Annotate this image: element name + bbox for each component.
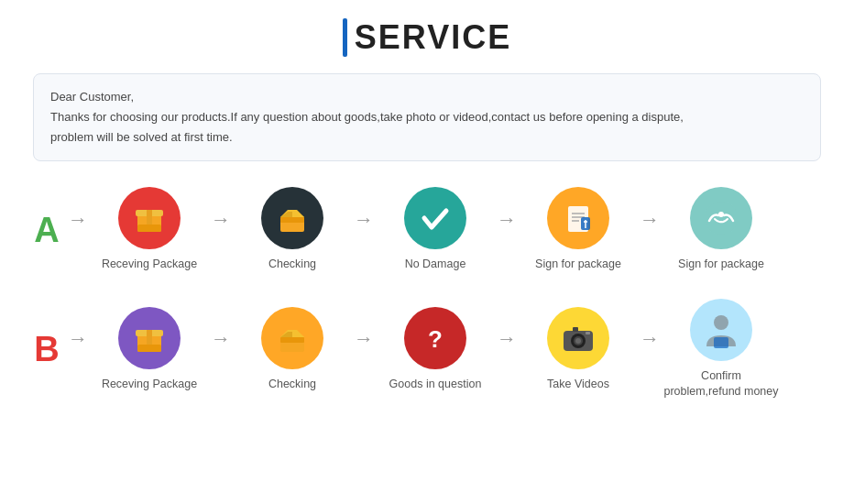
svg-rect-32: [573, 327, 578, 332]
arrow-1-3: →: [497, 327, 517, 371]
flow-item-1-0: Receving Package: [90, 307, 209, 393]
svg-rect-23: [280, 337, 304, 343]
flow-icon-1-2: ?: [404, 307, 466, 369]
flow-item-0-1: Checking: [233, 187, 352, 273]
flow-icon-1-4: [690, 299, 752, 361]
arrow-1-0: →: [68, 327, 88, 371]
svg-rect-21: [137, 345, 161, 352]
row-letter-a: A: [27, 211, 66, 250]
flow-label-0-0: Receving Package: [102, 257, 197, 273]
flow-icon-1-1: [261, 307, 323, 369]
flow-label-0-1: Checking: [268, 257, 316, 273]
row-b: B→ Receving Package→ Checking→ ? Goods i…: [27, 299, 827, 400]
row-letter-b: B: [27, 330, 66, 369]
notice-line1: Dear Customer,: [50, 90, 134, 104]
flow-icon-1-0: [118, 307, 181, 369]
flow-item-0-2: No Damage: [376, 187, 495, 273]
arrow-0-4: →: [640, 208, 660, 252]
notice-box: Dear Customer, Thanks for choosing our p…: [33, 73, 821, 161]
flow-icon-0-0: [118, 187, 181, 249]
arrow-1-4: →: [640, 327, 660, 371]
notice-line2: Thanks for choosing our products.If any …: [50, 110, 684, 124]
row-a: A→ Receving Package→ Checking→ No Damage…: [27, 187, 827, 273]
arrow-0-0: →: [68, 208, 88, 252]
flow-label-0-2: No Damage: [405, 257, 466, 273]
flow-label-1-0: Receving Package: [102, 377, 197, 393]
arrow-1-2: →: [354, 327, 374, 371]
flow-item-1-1: Checking: [233, 307, 352, 393]
arrow-0-2: →: [354, 208, 374, 252]
flow-icon-0-2: [404, 187, 466, 249]
notice-line3: problem will be solved at first time.: [50, 130, 233, 144]
svg-rect-3: [137, 225, 161, 232]
flow-icon-0-4: [690, 187, 752, 249]
flow-item-1-3: Take Videos: [519, 307, 638, 393]
flow-section: A→ Receving Package→ Checking→ No Damage…: [27, 187, 827, 400]
flow-label-0-4: Sign for package: [678, 257, 764, 273]
title-accent-bar: [343, 18, 347, 57]
flow-label-1-1: Checking: [268, 377, 316, 393]
title-row: SERVICE: [343, 18, 511, 57]
flow-label-1-4: Confirm problem,refund money: [662, 368, 781, 400]
arrow-1-1: →: [211, 327, 231, 371]
flow-item-1-4: Confirm problem,refund money: [662, 299, 781, 400]
flow-item-0-4: Sign for package: [662, 187, 781, 273]
flow-item-0-0: Receving Package: [90, 187, 209, 273]
flow-item-1-2: ? Goods in question: [376, 307, 495, 393]
flow-icon-0-3: [547, 187, 609, 249]
svg-point-31: [575, 338, 581, 344]
svg-text:?: ?: [428, 325, 443, 353]
flow-item-0-3: Sign for package: [519, 187, 638, 273]
flow-icon-0-1: [261, 187, 323, 249]
svg-rect-35: [714, 337, 728, 348]
flow-icon-1-3: [547, 307, 609, 369]
svg-point-34: [714, 315, 728, 330]
flow-label-1-3: Take Videos: [547, 377, 609, 393]
svg-point-17: [718, 212, 724, 217]
flow-label-0-3: Sign for package: [535, 257, 621, 273]
svg-rect-5: [280, 217, 304, 223]
page-title: SERVICE: [355, 18, 511, 57]
arrow-0-1: →: [211, 208, 231, 252]
flow-label-1-2: Goods in question: [389, 377, 482, 393]
svg-rect-33: [586, 332, 590, 334]
arrow-0-3: →: [497, 208, 517, 252]
